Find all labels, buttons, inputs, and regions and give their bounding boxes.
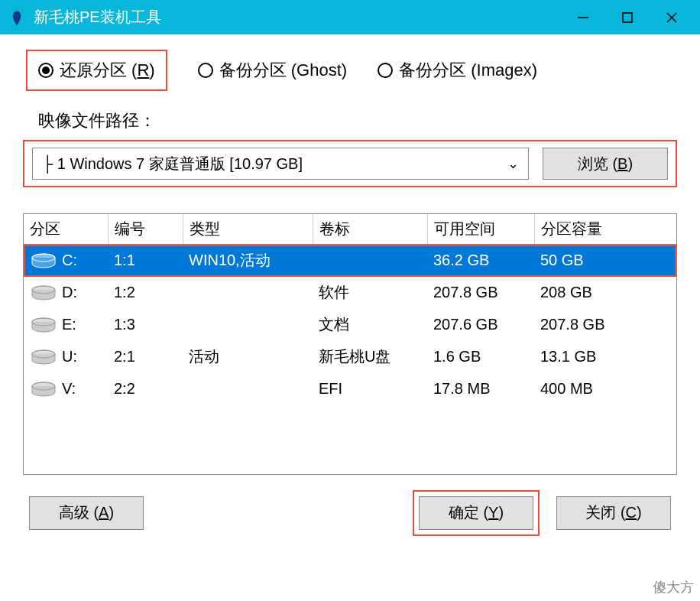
disk-icon xyxy=(30,382,57,397)
col-partition: 分区 xyxy=(24,214,108,245)
ok-button[interactable]: 确定 (Y) xyxy=(419,496,533,530)
close-app-button[interactable]: 关闭 (C) xyxy=(556,496,671,530)
cell-total: 208 GB xyxy=(534,277,676,309)
table-row[interactable]: V: 2:2 EFI 17.8 MB 400 MB xyxy=(24,373,676,405)
cell-total: 50 GB xyxy=(534,245,676,277)
cell-id: 1:1 xyxy=(108,245,183,277)
drive-letter: U: xyxy=(62,348,77,365)
cell-free: 36.2 GB xyxy=(427,245,534,277)
table-row[interactable]: E: 1:3 文档 207.6 GB 207.8 GB xyxy=(24,309,676,341)
table-empty-space xyxy=(24,405,676,474)
disk-icon xyxy=(30,349,57,365)
drive-cell: D: xyxy=(30,284,102,301)
drive-cell: V: xyxy=(30,380,102,398)
radio-backup-ghost[interactable]: 备份分区 (Ghost) xyxy=(198,50,347,91)
radio-icon xyxy=(198,63,213,78)
cell-type xyxy=(183,373,313,405)
table-row[interactable]: C: 1:1 WIN10,活动 36.2 GB 50 GB xyxy=(24,245,676,277)
drive-letter: C: xyxy=(62,252,77,269)
cell-total: 13.1 GB xyxy=(534,341,676,373)
col-total: 分区容量 xyxy=(534,214,676,245)
drive-cell: U: xyxy=(30,348,102,365)
titlebar: 新毛桃PE装机工具 xyxy=(0,0,700,34)
advanced-button[interactable]: 高级 (A) xyxy=(29,496,144,530)
image-path-label: 映像文件路径： xyxy=(23,109,677,132)
chevron-down-icon: ⌄ xyxy=(507,155,519,172)
cell-free: 17.8 MB xyxy=(427,373,534,405)
app-icon xyxy=(6,7,28,28)
cell-type: WIN10,活动 xyxy=(183,245,313,277)
window-controls xyxy=(561,0,694,34)
col-free: 可用空间 xyxy=(427,214,534,245)
watermark: 傻大方 xyxy=(653,578,694,596)
close-button[interactable] xyxy=(650,0,694,34)
table-header-row: 分区 编号 类型 卷标 可用空间 分区容量 xyxy=(24,214,676,245)
mode-radio-row: 还原分区 (R) 备份分区 (Ghost) 备份分区 (Imagex) xyxy=(23,50,677,91)
maximize-button[interactable] xyxy=(605,0,650,34)
radio-restore-partition[interactable]: 还原分区 (R) xyxy=(26,50,167,91)
minimize-button[interactable] xyxy=(561,0,605,34)
table-row[interactable]: U: 2:1 活动 新毛桃U盘 1.6 GB 13.1 GB xyxy=(24,341,676,373)
col-id: 编号 xyxy=(108,214,183,245)
radio-label: 备份分区 (Ghost) xyxy=(219,59,347,82)
radio-backup-imagex[interactable]: 备份分区 (Imagex) xyxy=(378,50,537,91)
table-row[interactable]: D: 1:2 软件 207.8 GB 208 GB xyxy=(24,277,676,309)
drive-cell: C: xyxy=(30,252,102,269)
app-title: 新毛桃PE装机工具 xyxy=(34,7,561,28)
drive-letter: D: xyxy=(62,284,77,301)
cell-type xyxy=(183,277,313,309)
cell-id: 1:2 xyxy=(108,277,183,309)
disk-icon xyxy=(30,285,57,300)
browse-button[interactable]: 浏览 (B) xyxy=(543,148,668,180)
cell-label: 新毛桃U盘 xyxy=(313,341,427,373)
image-path-select[interactable]: ├ 1 Windows 7 家庭普通版 [10.97 GB] ⌄ xyxy=(32,148,529,180)
right-button-group: 确定 (Y) 关闭 (C) xyxy=(419,496,671,530)
radio-label: 还原分区 (R) xyxy=(60,59,155,82)
disk-icon xyxy=(30,317,57,333)
cell-type: 活动 xyxy=(183,341,313,373)
cell-id: 2:2 xyxy=(108,373,183,405)
cell-label xyxy=(313,245,427,277)
svg-rect-1 xyxy=(623,13,632,22)
cell-label: 文档 xyxy=(313,309,427,341)
cell-total: 207.8 GB xyxy=(534,309,676,341)
cell-id: 2:1 xyxy=(108,341,183,373)
cell-label: 软件 xyxy=(313,277,427,309)
partition-table-wrap: 分区 编号 类型 卷标 可用空间 分区容量 C: 1:1 WIN10,活动 36… xyxy=(23,213,677,475)
cell-free: 207.6 GB xyxy=(427,309,534,341)
drive-letter: V: xyxy=(62,380,76,398)
partition-table: 分区 编号 类型 卷标 可用空间 分区容量 C: 1:1 WIN10,活动 36… xyxy=(24,214,676,405)
radio-icon xyxy=(378,63,393,78)
image-path-value: ├ 1 Windows 7 家庭普通版 [10.97 GB] xyxy=(42,154,303,174)
main-content: 还原分区 (R) 备份分区 (Ghost) 备份分区 (Imagex) 映像文件… xyxy=(0,34,700,545)
image-path-row: ├ 1 Windows 7 家庭普通版 [10.97 GB] ⌄ 浏览 (B) xyxy=(23,140,677,187)
cell-total: 400 MB xyxy=(534,373,676,405)
cell-id: 1:3 xyxy=(108,309,183,341)
radio-label: 备份分区 (Imagex) xyxy=(399,59,537,82)
col-label: 卷标 xyxy=(313,214,427,245)
cell-label: EFI xyxy=(313,373,427,405)
cell-free: 207.8 GB xyxy=(427,277,534,309)
bottom-button-row: 高级 (A) 确定 (Y) 关闭 (C) xyxy=(23,496,677,530)
drive-cell: E: xyxy=(30,316,102,333)
drive-letter: E: xyxy=(62,316,76,333)
image-path-section: 映像文件路径： ├ 1 Windows 7 家庭普通版 [10.97 GB] ⌄… xyxy=(23,109,677,187)
col-type: 类型 xyxy=(183,214,313,245)
cell-type xyxy=(183,309,313,341)
radio-icon xyxy=(38,63,53,78)
cell-free: 1.6 GB xyxy=(427,341,534,373)
disk-icon xyxy=(30,253,57,268)
